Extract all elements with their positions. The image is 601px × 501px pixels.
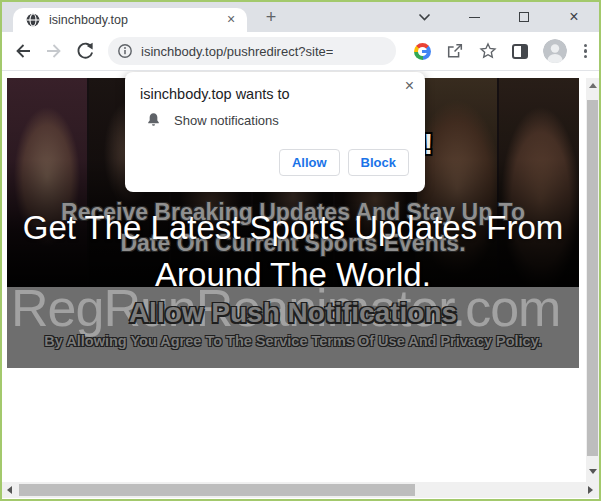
horizontal-scrollbar[interactable]: [2, 482, 599, 498]
side-panel-icon[interactable]: [512, 44, 528, 59]
address-bar[interactable]: isinchbody.top/pushredirect?site=: [108, 37, 396, 65]
vertical-scrollbar[interactable]: [586, 78, 599, 482]
allow-button[interactable]: Allow: [279, 149, 340, 176]
vertical-scrollbar-thumb[interactable]: [587, 100, 598, 456]
gray-band: RegRunReanimator.com Allow Push Notifica…: [7, 287, 579, 368]
share-icon[interactable]: [446, 42, 464, 60]
toolbar-right-icons: [414, 32, 589, 70]
tab-strip: isinchbody.top × + ×: [2, 2, 599, 32]
profile-avatar[interactable]: [543, 39, 567, 63]
bell-icon: [146, 112, 161, 128]
forward-icon[interactable]: [44, 41, 64, 61]
scroll-up-icon[interactable]: [589, 83, 597, 88]
globe-favicon-icon: [26, 13, 40, 27]
dialog-title: isinchbody.top wants to: [140, 86, 290, 102]
window-chevron-icon[interactable]: [413, 6, 435, 28]
page-info-icon[interactable]: [117, 43, 133, 59]
page-content: Get Sports Updates! Receive Breaking Upd…: [2, 71, 599, 499]
window-controls: ×: [403, 2, 595, 32]
tab-close-icon[interactable]: ×: [223, 12, 239, 28]
new-tab-button[interactable]: +: [260, 7, 282, 29]
dialog-close-icon[interactable]: ×: [405, 78, 414, 94]
browser-tab[interactable]: isinchbody.top ×: [13, 8, 247, 32]
scroll-down-icon[interactable]: [589, 469, 597, 474]
scroll-left-icon[interactable]: [7, 486, 12, 494]
permission-text: Show notifications: [174, 113, 279, 128]
reload-icon[interactable]: [75, 41, 95, 61]
minimize-button[interactable]: [463, 6, 485, 28]
google-search-icon[interactable]: [414, 43, 431, 60]
window-close-button[interactable]: ×: [563, 6, 585, 28]
back-icon[interactable]: [13, 41, 33, 61]
terms-text: By Allowing You Agree To The Service Ter…: [7, 333, 579, 349]
bookmark-star-icon[interactable]: [479, 42, 497, 60]
horizontal-scrollbar-thumb[interactable]: [19, 484, 415, 496]
browser-menu-icon[interactable]: [582, 42, 589, 61]
scroll-right-icon[interactable]: [588, 486, 593, 494]
browser-window: isinchbody.top × + ×: [0, 0, 601, 501]
url-text[interactable]: isinchbody.top/pushredirect?site=: [141, 44, 333, 59]
tab-title: isinchbody.top: [49, 13, 223, 27]
allow-push-text: Allow Push Notifications: [7, 297, 579, 329]
notification-permission-dialog: × isinchbody.top wants to Show notificat…: [125, 72, 425, 192]
block-button[interactable]: Block: [348, 149, 409, 176]
maximize-button[interactable]: [513, 6, 535, 28]
browser-toolbar: isinchbody.top/pushredirect?site=: [2, 32, 599, 71]
